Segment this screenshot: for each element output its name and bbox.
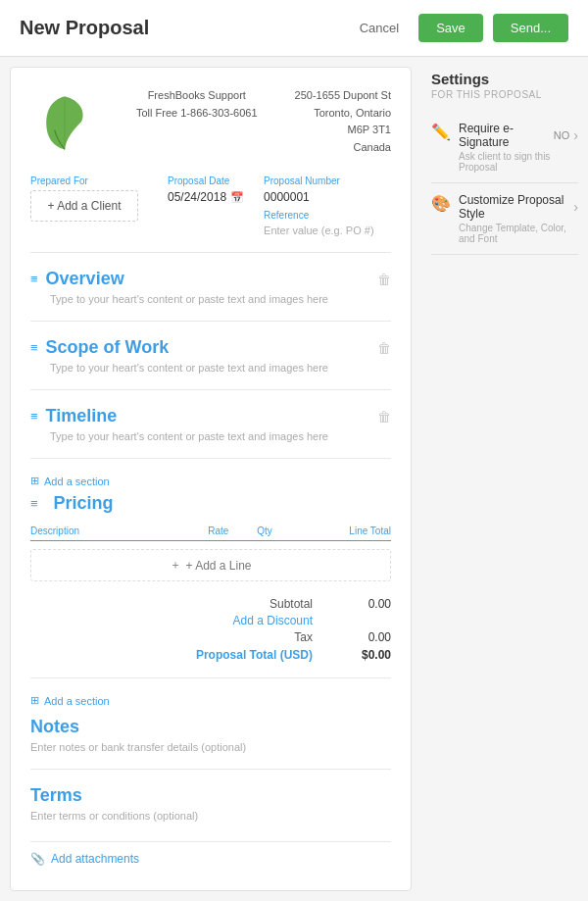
pricing-drag-handle[interactable]: ≡ xyxy=(30,496,38,511)
overview-delete-icon[interactable]: 🗑 xyxy=(377,272,391,287)
timeline-section: ≡ Timeline 🗑 Type to your heart's conten… xyxy=(30,406,391,442)
notes-placeholder[interactable]: Enter notes or bank transfer details (op… xyxy=(30,741,391,753)
scope-delete-icon[interactable]: 🗑 xyxy=(377,340,391,356)
overview-header: ≡ Overview 🗑 xyxy=(30,269,391,289)
style-icon: 🎨 xyxy=(431,194,451,213)
reference-label: Reference xyxy=(264,210,374,221)
add-line-button[interactable]: ＋ + Add a Line xyxy=(30,549,391,581)
reference-placeholder[interactable]: Enter value (e.g. PO #) xyxy=(264,225,374,236)
meta-row: Prepared For + Add a Client Proposal Dat… xyxy=(30,175,391,236)
scope-header: ≡ Scope of Work 🗑 xyxy=(30,337,391,358)
timeline-delete-icon[interactable]: 🗑 xyxy=(377,409,391,425)
divider-2 xyxy=(30,321,391,322)
overview-drag-handle[interactable]: ≡ xyxy=(30,272,38,286)
add-section-label-1: Add a section xyxy=(44,476,110,487)
notes-title: Notes xyxy=(30,717,79,737)
esignature-content: Require e-Signature NO › Ask client to s… xyxy=(459,122,578,173)
esignature-desc: Ask client to sign this Proposal xyxy=(459,151,578,173)
calendar-icon[interactable]: 📅 xyxy=(230,191,244,204)
page-wrapper: New Proposal Cancel Save Send... FreshB xyxy=(0,0,588,901)
scope-subtitle[interactable]: Type to your heart's content or paste te… xyxy=(50,362,391,374)
add-client-button[interactable]: + Add a Client xyxy=(30,190,138,222)
proposal-date-col: Proposal Date 05/24/2018 📅 xyxy=(168,175,244,204)
terms-title: Terms xyxy=(30,785,82,806)
cancel-button[interactable]: Cancel xyxy=(350,15,409,41)
proposal-number-label: Proposal Number xyxy=(264,175,374,186)
sidebar-subtitle: FOR THIS PROPOSAL xyxy=(431,89,578,100)
add-attachments-link[interactable]: 📎 Add attachments xyxy=(30,841,391,866)
divider-3 xyxy=(30,389,391,390)
divider-5 xyxy=(30,677,391,678)
pricing-title: Pricing xyxy=(54,493,114,514)
pricing-section: ≡ Pricing Description Rate Qty Line Tota… xyxy=(30,493,391,662)
address-line3: M6P 3T1 xyxy=(295,122,391,139)
page-title: New Proposal xyxy=(20,17,350,39)
pricing-table-header-row: Description Rate Qty Line Total xyxy=(30,522,391,541)
header: New Proposal Cancel Save Send... xyxy=(0,0,588,57)
notes-section: Notes Enter notes or bank transfer detai… xyxy=(30,717,391,753)
total-label: Proposal Total (USD) xyxy=(195,648,313,662)
style-content: Customize Proposal Style › Change Templa… xyxy=(459,193,578,244)
proposal-number-col: Proposal Number 0000001 Reference Enter … xyxy=(264,175,374,236)
add-line-label: + Add a Line xyxy=(185,559,251,573)
add-section-label-2: Add a section xyxy=(44,695,110,707)
add-line-row[interactable]: ＋ + Add a Line xyxy=(30,541,391,590)
discount-row[interactable]: Add a Discount xyxy=(30,614,391,627)
terms-section: Terms Enter terms or conditions (optiona… xyxy=(30,785,391,822)
proposal-number-value: 0000001 xyxy=(264,190,374,204)
sidebar-title: Settings xyxy=(431,71,578,87)
timeline-header: ≡ Timeline 🗑 xyxy=(30,406,391,426)
proposal-total-row: Proposal Total (USD) $0.00 xyxy=(30,648,391,662)
esignature-label: Require e-Signature NO › xyxy=(459,122,578,149)
company-contact: FreshBooks Support Toll Free 1-866-303-6… xyxy=(136,87,258,122)
add-section-link-1[interactable]: ⊞ Add a section xyxy=(30,475,391,487)
col-description: Description xyxy=(30,522,170,541)
pricing-title-row: ≡ Pricing xyxy=(30,493,391,514)
company-info: FreshBooks Support Toll Free 1-866-303-6… xyxy=(30,87,391,156)
overview-section: ≡ Overview 🗑 Type to your heart's conten… xyxy=(30,269,391,305)
save-button[interactable]: Save xyxy=(418,14,483,42)
prepared-for-col: Prepared For + Add a Client xyxy=(30,175,148,222)
add-line-icon: ＋ xyxy=(170,557,181,574)
style-desc: Change Template, Color, and Font xyxy=(459,223,578,244)
pricing-table: Description Rate Qty Line Total ＋ + Add … xyxy=(30,522,391,589)
timeline-drag-handle[interactable]: ≡ xyxy=(30,409,38,424)
scope-section: ≡ Scope of Work 🗑 Type to your heart's c… xyxy=(30,337,391,374)
scope-drag-handle[interactable]: ≡ xyxy=(30,340,38,355)
terms-placeholder[interactable]: Enter terms or conditions (optional) xyxy=(30,810,391,822)
subtotal-value: 0.00 xyxy=(342,597,391,611)
prepared-for-label: Prepared For xyxy=(30,175,148,186)
col-rate: Rate xyxy=(170,522,228,541)
address-line4: Canada xyxy=(295,139,391,157)
timeline-subtitle[interactable]: Type to your heart's content or paste te… xyxy=(50,430,391,442)
style-label: Customize Proposal Style › xyxy=(459,193,578,221)
discount-label[interactable]: Add a Discount xyxy=(195,614,313,627)
divider-1 xyxy=(30,252,391,253)
add-section-icon-1: ⊞ xyxy=(30,475,39,487)
subtotal-label: Subtotal xyxy=(195,597,313,611)
col-qty: Qty xyxy=(228,522,271,541)
terms-title-row: Terms xyxy=(30,785,391,806)
style-chevron: › xyxy=(573,199,578,215)
overview-title: Overview xyxy=(46,269,124,289)
sidebar-item-style[interactable]: 🎨 Customize Proposal Style › Change Temp… xyxy=(431,183,578,255)
add-section-link-2[interactable]: ⊞ Add a section xyxy=(30,694,391,707)
sidebar-item-esignature[interactable]: ✏️ Require e-Signature NO › Ask client t… xyxy=(431,112,578,183)
header-actions: Cancel Save Send... xyxy=(350,14,568,42)
esignature-toggle[interactable]: NO xyxy=(554,129,570,141)
overview-subtitle[interactable]: Type to your heart's content or paste te… xyxy=(50,293,391,305)
address-line1: 250-1655 Dupont St xyxy=(295,87,391,105)
sidebar: Settings FOR THIS PROPOSAL ✏️ Require e-… xyxy=(421,57,588,901)
company-logo xyxy=(30,87,99,156)
send-button[interactable]: Send... xyxy=(493,14,568,42)
total-value: $0.00 xyxy=(342,648,391,662)
esignature-chevron: › xyxy=(573,127,578,143)
discount-value xyxy=(342,614,391,627)
totals-section: Subtotal 0.00 Add a Discount Tax 0.00 Pr… xyxy=(30,597,391,662)
timeline-title: Timeline xyxy=(46,406,118,426)
address-line2: Toronto, Ontario xyxy=(295,105,391,123)
proposal-date-value: 05/24/2018 📅 xyxy=(168,190,244,204)
toll-free: Toll Free 1-866-303-6061 xyxy=(136,105,258,123)
divider-4 xyxy=(30,458,391,459)
tax-value: 0.00 xyxy=(342,630,391,644)
